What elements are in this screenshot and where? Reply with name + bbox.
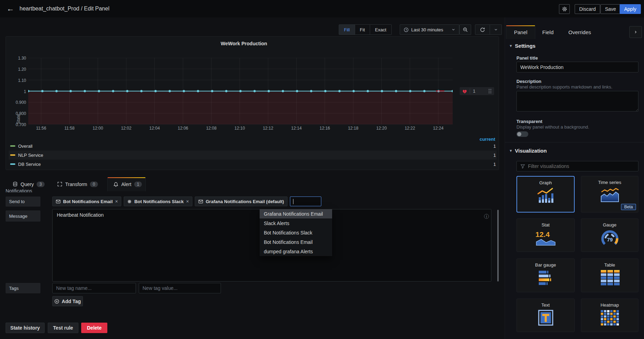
discard-button[interactable]: Discard (575, 4, 600, 14)
message-label: Message (6, 210, 40, 222)
x-tick: 12:24 (427, 126, 450, 131)
settings-section-header[interactable]: ▾ Settings (510, 43, 536, 49)
time-range-picker[interactable]: Last 30 minutes (400, 24, 459, 35)
viz-card-text[interactable]: Text (516, 299, 575, 332)
filter-visualizations-box (516, 161, 638, 171)
tag-name-input[interactable] (52, 283, 136, 293)
heatmap-viz-icon (600, 310, 620, 326)
viz-card-time-series[interactable]: Time seriesBeta (581, 176, 638, 213)
x-tick: 12:20 (370, 126, 393, 131)
viz-card-bar-gauge[interactable]: Bar gauge (516, 259, 575, 292)
legend-current-value: 1 (493, 162, 496, 167)
state-history-button[interactable]: State history (6, 323, 45, 333)
size-mode-fill[interactable]: Fill (339, 25, 355, 34)
tag-value-input[interactable] (139, 283, 221, 293)
sidebar-tab-panel[interactable]: Panel (506, 25, 535, 39)
x-tick: 11:58 (58, 126, 80, 131)
y-tick: 1.10 (5, 78, 26, 83)
alert-threshold-line (436, 91, 444, 91)
dropdown-option[interactable]: Grafana Notifications Email (260, 209, 332, 218)
tab-badge: 0 (90, 182, 98, 187)
plot-area[interactable] (28, 58, 453, 124)
heart-broken-icon (462, 89, 467, 94)
viz-card-name: Bar gauge (535, 262, 556, 268)
sidebar-tab-overrides[interactable]: Overrides (561, 25, 599, 39)
notification-chip[interactable]: Bot Notifications Email× (52, 197, 121, 206)
x-tick: 12:06 (172, 126, 194, 131)
tab-badge: 3 (37, 182, 45, 187)
filter-visualizations-input[interactable] (528, 163, 635, 169)
svg-text:79: 79 (607, 237, 613, 242)
remove-chip-icon[interactable]: × (115, 199, 118, 204)
x-tick: 12:04 (144, 126, 166, 131)
legend-swatch-icon (10, 163, 15, 165)
description-help: Panel description supports markdown and … (516, 84, 612, 90)
transparent-toggle[interactable] (516, 131, 528, 137)
refresh-interval-dropdown[interactable] (490, 24, 502, 35)
tab-badge: 1 (134, 182, 142, 187)
page-title: heartbeat_chatbot_Prod / Edit Panel (20, 6, 109, 12)
notification-chip[interactable]: Grafana Notifications Email (default) (195, 197, 288, 206)
alert-form-scrollbar[interactable] (497, 210, 499, 282)
collapse-sidebar-button[interactable] (629, 26, 642, 38)
viz-card-name: Table (604, 262, 615, 268)
notification-chip[interactable]: Bot Notifications Slack× (124, 197, 192, 206)
dropdown-option[interactable]: Bot Notifications Email (260, 237, 332, 247)
remove-chip-icon[interactable]: × (186, 199, 189, 204)
add-notification-input[interactable] (290, 197, 321, 206)
bar-gauge-viz-icon (535, 270, 556, 286)
alert-threshold-value: 1 (473, 88, 475, 94)
delete-button[interactable]: Delete (81, 323, 107, 333)
panel-title-input[interactable] (516, 62, 638, 72)
viz-card-heatmap[interactable]: Heatmap (581, 299, 638, 332)
chip-label: Bot Notifications Slack (134, 199, 184, 204)
add-tag-label: Add Tag (62, 299, 81, 304)
panel-settings-button[interactable] (559, 4, 570, 14)
tab-label: Alert (121, 182, 131, 187)
visualization-heading: Visualization (515, 148, 547, 154)
viz-card-table[interactable]: Table (581, 259, 638, 292)
visualization-section-header[interactable]: ▾ Visualization (510, 148, 547, 154)
x-tick: 12:00 (87, 126, 109, 131)
size-mode-fit[interactable]: Fit (355, 25, 370, 34)
back-arrow-icon[interactable]: ← (6, 4, 15, 14)
email-icon (198, 199, 203, 204)
legend-current-value: 1 (493, 153, 496, 158)
viz-card-stat[interactable]: Stat12.4 (516, 218, 575, 252)
chevron-down-icon (451, 28, 455, 32)
description-textarea[interactable] (516, 91, 638, 111)
viz-card-name: Graph (539, 180, 552, 185)
sidebar-tab-field[interactable]: Field (535, 25, 561, 39)
settings-heading: Settings (515, 43, 536, 49)
stat-viz-icon: 12.4 (536, 230, 556, 246)
viz-card-name: Gauge (603, 222, 616, 228)
email-icon (56, 199, 61, 204)
legend-series-name[interactable]: DB Service (18, 162, 41, 167)
dropdown-option[interactable]: Slack Alerts (260, 218, 332, 228)
add-tag-button[interactable]: Add Tag (52, 296, 83, 306)
chevron-right-icon (634, 30, 638, 34)
tab-alert[interactable]: Alert1 (107, 177, 146, 191)
save-button[interactable]: Save (600, 4, 621, 14)
notification-chips: Bot Notifications Email×Bot Notification… (52, 197, 321, 206)
viz-card-gauge[interactable]: Gauge79 (581, 218, 638, 252)
legend-series-name[interactable]: Overall (18, 144, 32, 149)
legend-value-header[interactable]: current (480, 137, 495, 142)
zoom-out-button[interactable] (459, 24, 471, 35)
alert-threshold-handle[interactable]: 1 (460, 87, 494, 95)
drag-handle-icon[interactable] (488, 88, 492, 94)
legend-series-name[interactable]: NLP Service (18, 153, 43, 158)
refresh-button[interactable] (475, 24, 490, 35)
stat-preview-value: 12.4 (536, 231, 556, 238)
size-mode-exact[interactable]: Exact (370, 25, 391, 34)
apply-button[interactable]: Apply (620, 4, 641, 14)
chart-panel: WeWork Production State 1.301.201.1010.9… (6, 36, 499, 170)
dropdown-option[interactable]: Bot Notifications Slack (260, 228, 332, 237)
panel-title-label: Panel title (516, 55, 538, 61)
test-rule-button[interactable]: Test rule (48, 323, 78, 333)
chip-label: Bot Notifications Email (63, 199, 113, 204)
beta-badge: Beta (621, 204, 636, 210)
dropdown-option[interactable]: dumped grafana Alerts (260, 247, 332, 256)
message-info-icon[interactable]: i (484, 214, 489, 219)
viz-card-graph[interactable]: Graph (516, 176, 575, 213)
